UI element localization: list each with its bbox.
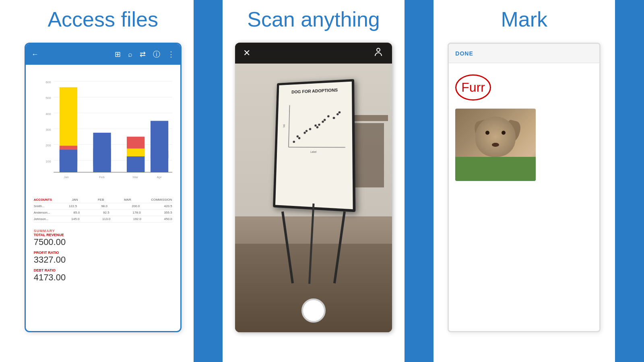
svg-rect-28 [151, 121, 168, 172]
info-icon[interactable]: ⓘ [153, 49, 160, 59]
cell-val: 98.0 [101, 204, 107, 208]
easel-leg-right [333, 212, 346, 284]
divider-2 [405, 0, 433, 362]
camera-settings-icon[interactable] [373, 46, 384, 60]
svg-text:300: 300 [45, 128, 51, 132]
camera-scene: DOG FOR ADOPTIONS [235, 43, 392, 332]
svg-point-39 [309, 128, 311, 130]
svg-text:Label: Label [310, 150, 317, 153]
cell-val: 450.0 [164, 217, 172, 221]
circled-text: Furr [461, 80, 485, 95]
whiteboard-chart: Label Val [281, 95, 347, 160]
divider-1 [194, 0, 223, 362]
svg-text:Val: Val [283, 124, 285, 128]
profit-label: PROFIT RATIO [34, 251, 66, 255]
phone-toolbar: ← ⊞ ⌕ ⇄ ⓘ ⋮ [26, 44, 180, 65]
shutter-button[interactable] [301, 298, 326, 323]
row-label: Smith... [34, 204, 45, 208]
svg-point-48 [318, 123, 320, 125]
summary-label-1: SUMMARY [34, 229, 66, 233]
camera-close-icon[interactable]: ✕ [243, 48, 250, 58]
svg-point-38 [303, 132, 305, 134]
svg-point-41 [316, 126, 318, 128]
mark-title: Mark [501, 7, 548, 31]
svg-line-34 [289, 105, 290, 147]
easel-leg-back [308, 204, 314, 284]
grid-icon[interactable]: ⊞ [115, 50, 121, 59]
easel: DOG FOR ADOPTIONS [265, 75, 362, 284]
svg-point-36 [293, 141, 295, 143]
search-icon[interactable]: ⌕ [128, 50, 132, 59]
row-label: Johnson... [34, 217, 49, 221]
svg-rect-16 [60, 150, 77, 172]
data-table: ACCOUNTS JAN FEB MAR COMMISSION Smith...… [26, 193, 180, 226]
bar-chart: 600 500 400 300 200 100 [34, 71, 172, 190]
cell-val: 122.5 [69, 204, 77, 208]
whiteboard-title: DOG FOR ADOPTIONS [283, 87, 347, 95]
summary-sublabel: TOTAL REVENUE [34, 233, 66, 237]
whiteboard-content: DOG FOR ADOPTIONS [277, 82, 353, 167]
svg-text:Jan: Jan [64, 175, 69, 179]
cell-val: 200.0 [132, 204, 140, 208]
svg-rect-24 [127, 156, 144, 172]
camera-mockup: ✕ DOG FOR AD [235, 43, 392, 332]
access-files-title: Access files [47, 7, 158, 31]
camera-topbar: ✕ [235, 43, 392, 64]
svg-text:Mar: Mar [132, 175, 138, 179]
svg-point-44 [333, 117, 335, 119]
table-row: Smith... 122.5 98.0 200.0 420.5 [34, 203, 172, 210]
svg-point-37 [298, 137, 300, 139]
cell-val: 355.5 [164, 211, 172, 214]
row-header: ACCOUNTS [34, 198, 52, 202]
scan-anything-title: Scan anything [247, 7, 380, 31]
svg-text:Apr: Apr [157, 175, 162, 179]
summary-col-right: SUMMARY TOTAL REVENUE 7500.00 PROFIT RAT… [34, 229, 66, 283]
phone-mockup-access: ← ⊞ ⌕ ⇄ ⓘ ⋮ 600 500 400 300 200 100 [25, 43, 182, 332]
svg-text:200: 200 [45, 144, 51, 147]
right-blue-bar [615, 0, 644, 362]
cell-val: 420.5 [164, 204, 172, 208]
svg-point-40 [314, 124, 316, 126]
mark-document: DONE Furr [448, 43, 601, 332]
row-label: Anderson... [34, 211, 50, 214]
col3: MAR [124, 198, 131, 202]
more-icon[interactable]: ⋮ [167, 50, 175, 59]
col2: FEB [98, 198, 104, 202]
summary-value-3: 4173.00 [34, 272, 66, 283]
summary-value-2: 3327.00 [34, 255, 66, 265]
svg-text:600: 600 [45, 80, 51, 84]
svg-text:500: 500 [45, 96, 51, 100]
cell-val: 145.0 [71, 217, 79, 221]
svg-point-43 [327, 115, 329, 117]
cell-val: 113.0 [102, 217, 110, 221]
grass-background [455, 157, 536, 181]
back-icon[interactable]: ← [31, 50, 39, 59]
mark-toolbar: DONE [449, 44, 599, 63]
svg-point-47 [305, 130, 308, 132]
mark-content: Furr [449, 63, 599, 189]
cell-val: 178.0 [133, 211, 141, 214]
summary-section: SUMMARY TOTAL REVENUE 7500.00 PROFIT RAT… [26, 226, 180, 286]
share-icon[interactable]: ⇄ [140, 50, 146, 59]
circled-word: Furr [455, 74, 491, 101]
table-row: Johnson... 145.0 113.0 192.0 450.0 [34, 216, 172, 222]
svg-point-46 [297, 135, 299, 137]
whiteboard: DOG FOR ADOPTIONS [273, 79, 355, 212]
col1: JAN [72, 198, 78, 202]
dog-photo [455, 109, 536, 181]
easel-leg-left [281, 212, 294, 284]
cell-val: 92.5 [103, 211, 109, 214]
summary-value-1: 7500.00 [34, 237, 66, 247]
mark-panel: Mark DONE Furr [433, 0, 615, 362]
done-button[interactable]: DONE [455, 50, 473, 57]
svg-text:400: 400 [45, 112, 51, 116]
mark-text-area: Furr [455, 71, 593, 104]
table-row: ACCOUNTS JAN FEB MAR COMMISSION [34, 197, 172, 203]
debt-label: DEBT RATIO [34, 268, 66, 272]
svg-text:100: 100 [45, 160, 51, 163]
cell-val: 85.0 [74, 211, 80, 214]
access-files-panel: Access files ← ⊞ ⌕ ⇄ ⓘ ⋮ 600 500 400 300… [0, 0, 194, 362]
table-row: Anderson... 85.0 92.5 178.0 355.5 [34, 210, 172, 216]
svg-point-49 [324, 119, 326, 121]
svg-point-50 [336, 113, 339, 115]
